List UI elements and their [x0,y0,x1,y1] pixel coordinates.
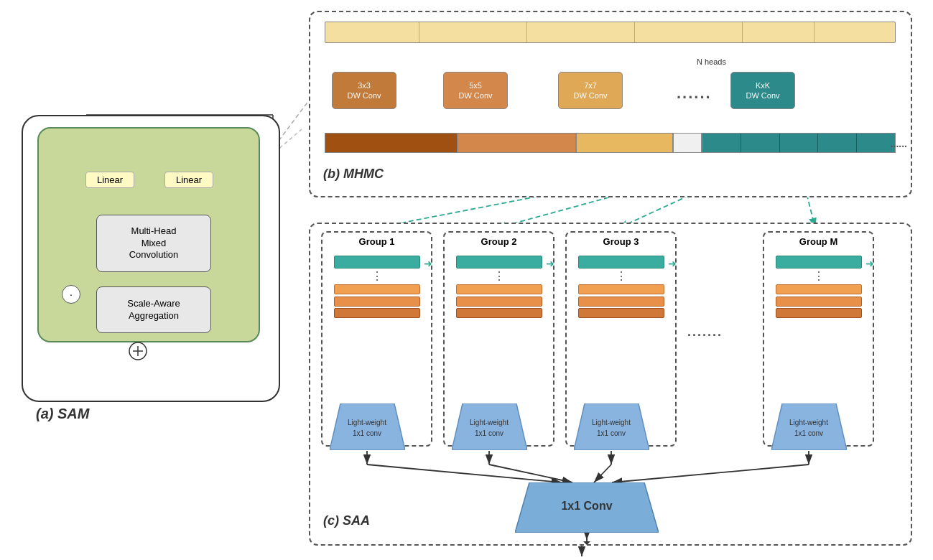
n-heads-label: N heads [697,57,726,66]
group-m-label: Group M [764,233,873,247]
mhmc-inner-label: Multi-HeadMixedConvolution [129,225,179,262]
group-3-label: Group 3 [567,233,675,247]
out-bar-yellow [576,133,673,153]
teal-seg-1 [702,134,741,152]
output-dots: ...... [891,138,907,149]
saa-group-dots: ....... [687,325,723,340]
conv-kxk-block: KxKDW Conv [730,72,795,109]
svg-text:Light-weight: Light-weight [592,419,631,426]
output-arrow [583,534,590,545]
teal-seg-4 [818,134,857,152]
teal-seg-2 [741,134,780,152]
teal-seg-3 [780,134,819,152]
out-bar-teal [702,133,896,153]
out-bar-orange [458,133,576,153]
group-2-label: Group 2 [445,233,553,247]
conv-5x5-label: 5x5DW Conv [458,80,492,101]
add-circle [128,341,148,361]
linear-right-box: Linear [164,172,213,188]
mhmc-dots: ...... [677,84,712,103]
conv-kxk-label: KxKDW Conv [746,80,779,101]
sam-label: (a) SAM [36,406,89,422]
mhmc-input-bar [325,22,896,43]
svg-marker-63 [771,403,847,450]
group-1-label: Group 1 [322,233,431,247]
saa-inner-box: Scale-AwareAggregation [96,286,211,333]
mhmc-panel-label: (b) MHMC [323,167,384,182]
sam-outer-box: Linear Linear Multi-HeadMixedConvolution… [22,115,280,402]
conv-7x7-block: 7x7DW Conv [558,72,623,109]
svg-marker-54 [330,403,405,450]
mhmc-inner-box: Multi-HeadMixedConvolution [96,215,211,272]
svg-text:Light-weight: Light-weight [348,419,386,426]
trap-small-3: Light-weight 1x1 conv [574,403,649,453]
conv-3x3-label: 3x3DW Conv [347,80,381,101]
svg-text:1x1 conv: 1x1 conv [597,429,626,437]
mhmc-panel: 3x3DW Conv 5x5DW Conv 7x7DW Conv ...... … [309,11,912,197]
conv-5x5-block: 5x5DW Conv [443,72,508,109]
trap-small-m: Light-weight 1x1 conv [771,403,847,453]
svg-marker-79 [583,541,590,545]
saa-panel-label: (c) SAA [323,513,370,528]
trap-small-2: Light-weight 1x1 conv [452,403,527,453]
svg-text:1x1 Conv: 1x1 Conv [561,500,612,512]
conv-7x7-label: 7x7DW Conv [573,80,607,101]
svg-text:Light-weight: Light-weight [470,419,509,426]
diagram-container: Linear Linear Multi-HeadMixedConvolution… [0,0,933,560]
svg-marker-57 [452,403,527,450]
linear-left-box: Linear [85,172,134,188]
saa-inner-label: Scale-AwareAggregation [127,298,180,322]
svg-line-71 [367,465,562,482]
trap-small-1: Light-weight 1x1 conv [330,403,405,453]
conv-3x3-block: 3x3DW Conv [332,72,396,109]
teal-seg-5 [857,134,895,152]
multiply-symbol: · [62,285,80,304]
svg-text:Light-weight: Light-weight [789,419,828,426]
svg-line-73 [594,465,611,482]
svg-marker-60 [574,403,649,450]
svg-line-74 [612,465,809,482]
out-bar-brown [325,133,458,153]
out-bar-white [673,133,702,153]
trap-large: 1x1 Conv [515,482,659,533]
svg-text:1x1 conv: 1x1 conv [353,429,381,437]
linear-right-label: Linear [176,174,202,185]
svg-text:1x1 conv: 1x1 conv [794,429,823,437]
svg-line-72 [489,465,572,482]
saa-panel: Group 1 ➜ ⋮ Light-weight 1x1 conv Group … [309,223,912,546]
linear-left-label: Linear [97,174,123,185]
svg-text:1x1 conv: 1x1 conv [475,429,503,437]
sam-inner-box: Linear Linear Multi-HeadMixedConvolution… [37,127,260,342]
